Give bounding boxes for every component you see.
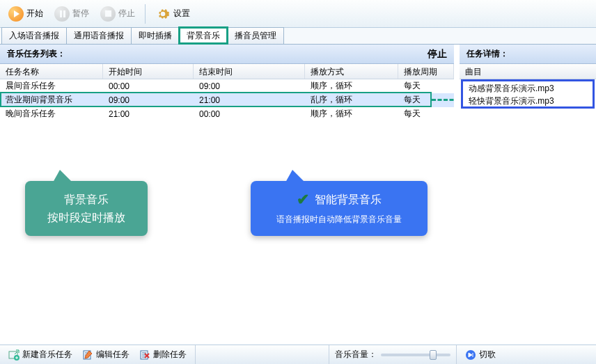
cell-mode: 乱序，循环: [305, 93, 398, 107]
play-status: 停止: [428, 48, 447, 61]
check-icon: ✔: [297, 191, 309, 209]
toolbar-separator: [145, 4, 146, 24]
col-end[interactable]: 结束时间: [194, 64, 305, 79]
slider-thumb[interactable]: [430, 350, 437, 360]
cell-cycle: 每天: [398, 106, 454, 121]
tab-bgmusic[interactable]: 背景音乐: [179, 27, 228, 44]
edit-task-label: 编辑任务: [96, 349, 130, 361]
gear-icon: [155, 6, 171, 22]
callout-green: 背景音乐 按时段定时播放: [25, 181, 148, 236]
delete-task-label: 删除任务: [153, 349, 187, 361]
col-start[interactable]: 开始时间: [103, 64, 194, 79]
cell-end: 21:00: [194, 94, 305, 106]
list-item[interactable]: 动感背景音乐演示.mp3: [463, 81, 593, 94]
col-mode[interactable]: 播放方式: [305, 64, 398, 79]
list-item[interactable]: 轻快背景音乐演示.mp3: [463, 94, 593, 106]
bottom-toolbar: 新建音乐任务 编辑任务 删除任务 音乐音量： 切歌: [0, 345, 596, 364]
main-toolbar: 开始 暂停 停止 设置: [0, 0, 596, 28]
cell-cycle: 每天: [398, 79, 454, 93]
stop-button[interactable]: 停止: [96, 5, 139, 23]
callout-green-line2: 按时段定时播放: [40, 209, 132, 227]
callout-blue: ✔ 智能背景音乐 语音播报时自动降低背景音乐音量: [251, 181, 428, 236]
tab-entry-voice[interactable]: 入场语音播报: [1, 27, 67, 44]
play-icon: [8, 6, 24, 22]
settings-label: 设置: [173, 8, 190, 19]
detail-highlight-box: 动感背景音乐演示.mp3 轻快背景音乐演示.mp3: [461, 79, 595, 109]
callout-green-line1: 背景音乐: [40, 191, 132, 209]
callout-blue-sub: 语音播报时自动降低背景音乐音量: [266, 213, 412, 226]
stop-label: 停止: [118, 8, 135, 19]
start-button[interactable]: 开始: [4, 5, 47, 23]
cell-name: 晚间音乐任务: [0, 106, 103, 121]
cell-mode: 顺序，循环: [305, 79, 398, 93]
table-header: 任务名称 开始时间 结束时间 播放方式 播放周期: [0, 64, 454, 79]
skip-icon: [465, 349, 476, 361]
table-row[interactable]: 晨间音乐任务 00:00 09:00 顺序，循环 每天: [0, 79, 454, 93]
tab-bar: 入场语音播报 通用语音播报 即时插播 背景音乐 播音员管理: [0, 28, 596, 45]
table-row[interactable]: 营业期间背景音乐 09:00 21:00 乱序，循环 每天: [0, 93, 454, 107]
detail-panel: 任务详情： 曲目 动感背景音乐演示.mp3 轻快背景音乐演示.mp3: [460, 45, 596, 345]
volume-label: 音乐音量：: [335, 349, 377, 361]
skip-button[interactable]: 切歌: [462, 347, 499, 362]
cell-start: 21:00: [103, 108, 194, 120]
callout-blue-title: 智能背景音乐: [315, 193, 382, 207]
cell-end: 00:00: [194, 108, 305, 120]
edit-task-button[interactable]: 编辑任务: [79, 347, 132, 362]
cell-cycle: 每天: [398, 93, 454, 107]
table-row[interactable]: 晚间音乐任务 21:00 00:00 顺序，循环 每天: [0, 107, 454, 121]
pause-button[interactable]: 暂停: [50, 5, 93, 23]
settings-button[interactable]: 设置: [151, 5, 194, 23]
task-list-title: 音乐任务列表：: [7, 48, 65, 60]
cell-name: 晨间音乐任务: [0, 79, 103, 93]
cell-start: 09:00: [103, 94, 194, 106]
detail-list: 曲目 动感背景音乐演示.mp3 轻快背景音乐演示.mp3: [460, 64, 596, 345]
cell-start: 00:00: [103, 80, 194, 93]
tab-announcer[interactable]: 播音员管理: [227, 27, 284, 44]
task-list-header: 音乐任务列表： 停止: [0, 45, 454, 64]
new-task-label: 新建音乐任务: [22, 349, 72, 361]
detail-title: 任务详情：: [466, 48, 508, 60]
new-task-button[interactable]: 新建音乐任务: [6, 347, 75, 362]
col-cycle[interactable]: 播放周期: [398, 64, 454, 79]
cell-name: 营业期间背景音乐: [0, 93, 103, 107]
skip-label: 切歌: [479, 349, 496, 361]
add-icon: [8, 349, 19, 361]
col-name[interactable]: 任务名称: [0, 64, 103, 79]
tab-general-voice[interactable]: 通用语音播报: [66, 27, 132, 44]
cell-end: 09:00: [194, 80, 305, 93]
tab-instant[interactable]: 即时插播: [131, 27, 180, 44]
delete-icon: [139, 349, 150, 361]
volume-slider[interactable]: [381, 354, 450, 356]
detail-col-header[interactable]: 曲目: [460, 64, 596, 79]
start-label: 开始: [26, 8, 43, 19]
edit-icon: [82, 349, 93, 361]
stop-icon: [100, 6, 116, 22]
delete-task-button[interactable]: 删除任务: [136, 347, 189, 362]
pause-icon: [54, 6, 70, 22]
detail-header-bar: 任务详情：: [460, 45, 596, 64]
cell-mode: 顺序，循环: [305, 106, 398, 121]
pause-label: 暂停: [72, 8, 89, 19]
